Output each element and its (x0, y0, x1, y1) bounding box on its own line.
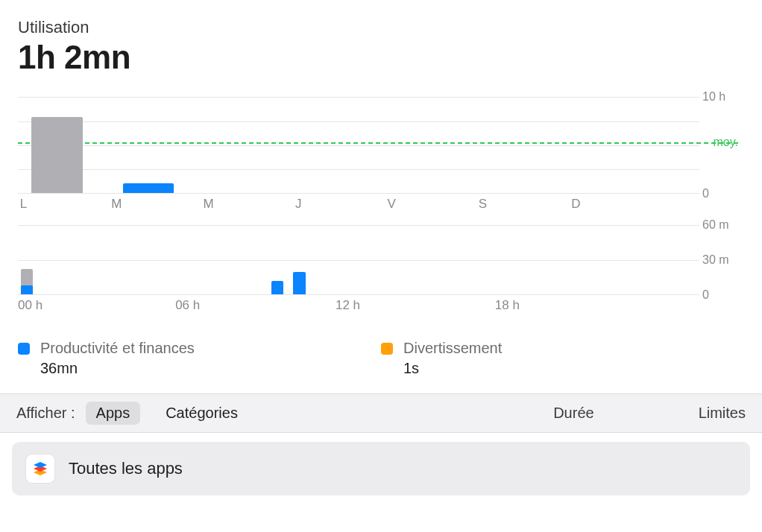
hourly-chart: 60 m 30 m 0 00 h 06 h 12 h 18 h (18, 225, 744, 316)
hourly-chart-plot (18, 225, 699, 295)
hourly-ytick-bottom: 0 (702, 288, 741, 302)
weekly-xtick: M (111, 197, 122, 212)
hourly-xtick: 00 h (18, 298, 42, 313)
avg-label: moy. (714, 136, 738, 149)
legend-value: 1s (403, 360, 502, 377)
hourly-ytick-top: 60 m (702, 218, 741, 232)
column-header-duration: Durée (553, 405, 593, 422)
weekly-xtick: L (20, 197, 27, 212)
weekly-bar-tue (123, 183, 174, 193)
all-apps-row[interactable]: Toutes les apps (12, 442, 750, 495)
weekly-x-axis: L M M J V S D (18, 197, 699, 215)
legend-value: 36mn (40, 360, 195, 377)
usage-total: 1h 2mn (18, 39, 744, 76)
screen-time-panel: Utilisation 1h 2mn moy. 10 h 0 L M (0, 0, 762, 393)
hourly-xtick: 18 h (495, 298, 520, 313)
category-legend: Productivité et finances 36mn Divertisse… (18, 326, 744, 393)
weekly-ytick-top: 10 h (702, 90, 741, 104)
weekly-xtick: S (479, 197, 487, 212)
hourly-bar-00 (21, 269, 33, 294)
weekly-xtick: V (387, 197, 395, 212)
legend-label: Productivité et finances (40, 340, 195, 357)
weekly-ytick-bottom: 0 (702, 187, 741, 200)
hourly-x-axis: 00 h 06 h 12 h 18 h (18, 298, 699, 316)
legend-swatch-icon (18, 343, 30, 355)
legend-item-entertainment: Divertissement 1s (381, 340, 744, 377)
column-header-limits: Limites (699, 405, 746, 422)
hourly-bar-08 (271, 281, 283, 294)
all-apps-icon (25, 454, 55, 484)
weekly-xtick: J (295, 197, 302, 212)
hourly-bar-09 (293, 272, 305, 294)
legend-label: Divertissement (403, 340, 502, 357)
hourly-xtick: 12 h (336, 298, 360, 313)
weekly-chart: moy. 10 h 0 L M M J V S D (18, 97, 744, 215)
weekly-xtick: D (571, 197, 580, 212)
legend-swatch-icon (381, 343, 393, 355)
hourly-xtick: 06 h (175, 298, 200, 313)
weekly-xtick: M (204, 197, 214, 212)
display-toolbar: Afficher : Apps Catégories Durée Limites (0, 393, 762, 433)
show-label: Afficher : (16, 405, 75, 422)
all-apps-label: Toutes les apps (69, 459, 183, 478)
weekly-bar-mon (31, 117, 83, 193)
view-segmented-control: Apps Catégories (86, 402, 248, 425)
segment-apps[interactable]: Apps (86, 402, 141, 425)
hourly-ytick-mid: 30 m (702, 253, 741, 267)
usage-subtitle: Utilisation (18, 18, 744, 37)
weekly-chart-plot: moy. (18, 97, 699, 194)
legend-item-productivity: Productivité et finances 36mn (18, 340, 381, 377)
segment-categories[interactable]: Catégories (155, 402, 248, 425)
